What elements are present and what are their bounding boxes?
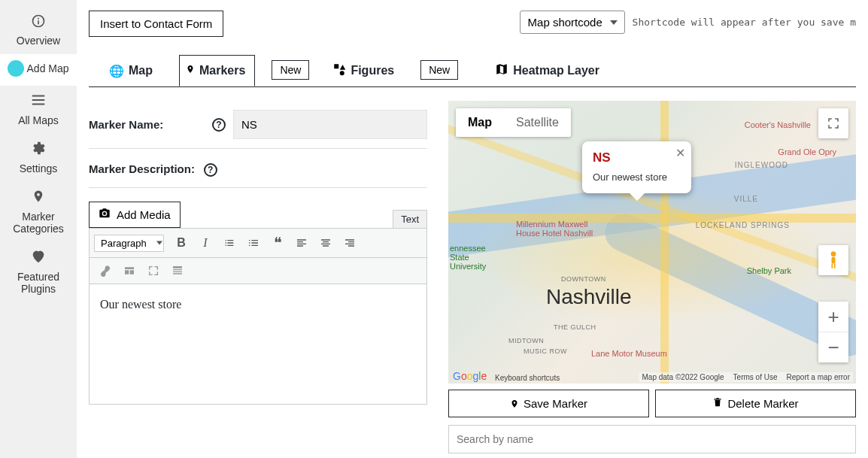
sidebar-item-settings[interactable]: Settings	[0, 134, 77, 182]
shortcode-select[interactable]: Map shortcode	[520, 11, 625, 34]
blockquote-button[interactable]: ❝	[266, 232, 289, 254]
fullscreen-button[interactable]	[818, 108, 848, 138]
globe-icon: 🌐	[109, 64, 124, 78]
help-icon[interactable]: ?	[204, 163, 217, 177]
map-type-map[interactable]: Map	[456, 108, 504, 137]
map-tsu-label: ennesseeStateUniversity	[450, 244, 486, 271]
search-row	[448, 425, 856, 453]
marker-name-field: Marker Name: ?	[89, 101, 427, 149]
sidebar-item-all-maps[interactable]: All Maps	[0, 86, 77, 134]
map-type-control: Map Satellite	[456, 108, 571, 137]
editor-wrap: Add Media Text Paragraph B I	[89, 202, 427, 405]
tab-figures[interactable]: Figures	[326, 54, 404, 87]
tabs: 🌐 Map Markers New Figures New	[89, 53, 856, 87]
content-row: Marker Name: ? Marker Description: ?	[89, 101, 856, 453]
marker-name-input[interactable]	[233, 110, 427, 139]
figures-new-button[interactable]: New	[420, 60, 458, 80]
sidebar-item-label: Settings	[20, 162, 58, 174]
map-icon	[495, 62, 508, 79]
list-icon	[3, 92, 74, 113]
zoom-out-button[interactable]: −	[818, 332, 848, 362]
tab-label: Figures	[351, 64, 394, 77]
tab-label: Markers	[199, 64, 245, 77]
link-button[interactable]	[94, 259, 117, 282]
add-media-button[interactable]: Add Media	[89, 202, 181, 228]
info-window-title: NS	[593, 150, 667, 165]
map-neigh-label: MIDTOWN	[508, 337, 544, 344]
map-region-label: VILLE	[734, 195, 758, 203]
close-icon[interactable]: ✕	[675, 146, 685, 160]
map-neigh-label: MUSIC ROW	[524, 347, 567, 355]
media-icon	[99, 208, 111, 222]
map-canvas[interactable]: Map Satellite + − Nashville	[448, 101, 856, 384]
map-park-label: Shelby Park	[747, 266, 791, 275]
map-region-label: LOCKELAND SPRINGS	[696, 221, 790, 229]
toolbar-toggle-button[interactable]	[166, 259, 189, 282]
heart-icon	[3, 248, 74, 269]
info-window: ✕ NS Our newest store	[582, 141, 691, 193]
editor-top: Add Media Text	[89, 202, 427, 228]
trash-icon	[712, 396, 723, 411]
tab-map[interactable]: 🌐 Map	[102, 56, 162, 86]
terms-link[interactable]: Terms of Use	[733, 373, 778, 381]
map-poi-label: Grand Ole Opry	[778, 147, 836, 156]
top-row: Insert to Contact Form Map shortcode Sho…	[89, 11, 856, 37]
main-content: Insert to Contact Form Map shortcode Sho…	[77, 0, 868, 458]
markers-new-button[interactable]: New	[272, 60, 309, 80]
shortcode-note: Shortcode will appear after you save m	[633, 17, 856, 28]
sidebar-item-add-map[interactable]: + Add Map	[0, 54, 77, 86]
sidebar-item-overview[interactable]: Overview	[0, 6, 77, 54]
info-window-desc: Our newest store	[593, 171, 667, 183]
pin-icon	[3, 188, 74, 209]
app-layout: Overview + Add Map All Maps Settings Mar…	[0, 0, 868, 458]
text-tab[interactable]: Text	[393, 210, 427, 228]
form-column: Marker Name: ? Marker Description: ?	[89, 101, 427, 453]
svg-point-0	[831, 251, 836, 256]
tab-markers[interactable]: Markers	[179, 55, 255, 86]
tab-label: Heatmap Layer	[513, 64, 599, 77]
zoom-in-button[interactable]: +	[818, 302, 848, 332]
keyboard-shortcuts-link[interactable]: Keyboard shortcuts	[495, 374, 560, 382]
delete-marker-button[interactable]: Delete Marker	[655, 390, 856, 417]
sidebar-item-marker-categories[interactable]: Marker Categories	[0, 182, 77, 242]
plus-circle-icon: +	[8, 60, 24, 77]
bold-button[interactable]: B	[170, 232, 193, 254]
fullscreen-button[interactable]	[142, 259, 165, 282]
map-neigh-label: DOWNTOWN	[561, 275, 606, 283]
editor-toolbar: Paragraph B I ❝	[89, 228, 427, 258]
editor-body[interactable]: Our newest store	[89, 284, 427, 405]
tab-heatmap[interactable]: Heatmap Layer	[488, 54, 609, 87]
sidebar-item-featured-plugins[interactable]: Featured Plugins	[0, 242, 77, 302]
align-right-button[interactable]	[338, 232, 361, 254]
align-center-button[interactable]	[314, 232, 337, 254]
pin-icon	[510, 398, 519, 410]
map-data-label: Map data ©2022 Google	[642, 373, 724, 381]
search-input[interactable]	[448, 425, 856, 453]
italic-button[interactable]: I	[194, 232, 217, 254]
sidebar: Overview + Add Map All Maps Settings Mar…	[0, 0, 77, 458]
insert-contact-form-button[interactable]: Insert to Contact Form	[89, 11, 223, 37]
svg-rect-2	[832, 263, 833, 268]
svg-rect-3	[834, 263, 836, 268]
align-left-button[interactable]	[290, 232, 313, 254]
map-column: Map Satellite + − Nashville	[448, 101, 856, 453]
pegman-control[interactable]	[818, 245, 848, 275]
report-link[interactable]: Report a map error	[787, 373, 850, 381]
marker-desc-label: Marker Description:	[89, 162, 195, 175]
insert-button[interactable]	[118, 259, 141, 282]
marker-desc-row: Marker Description: ?	[89, 149, 427, 188]
map-poi-label: Cooter's Nashville	[745, 120, 811, 129]
save-marker-button[interactable]: Save Marker	[448, 390, 649, 417]
help-icon[interactable]: ?	[212, 118, 226, 132]
bullet-list-button[interactable]	[218, 232, 241, 254]
map-poi-label: Lane Motor Museum	[591, 349, 667, 358]
google-logo: Google	[453, 370, 487, 382]
info-icon	[3, 12, 74, 33]
number-list-button[interactable]	[242, 232, 265, 254]
sidebar-item-label: Overview	[17, 35, 60, 47]
editor-toolbar-2	[89, 258, 427, 284]
map-type-satellite[interactable]: Satellite	[504, 108, 571, 137]
paragraph-select[interactable]: Paragraph	[94, 235, 164, 252]
sidebar-item-label: Add Map	[27, 62, 69, 74]
sidebar-item-label: Marker Categories	[13, 211, 64, 235]
